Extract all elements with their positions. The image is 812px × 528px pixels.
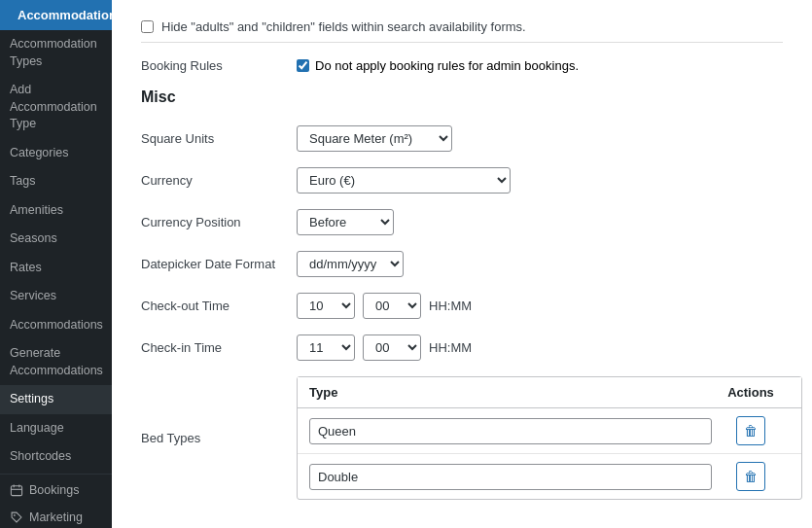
checkin-time-control: 11 12 13 00 15 30 45 HH:MM bbox=[297, 334, 472, 361]
misc-title: Misc bbox=[141, 88, 783, 110]
currency-position-row: Currency Position Before After bbox=[141, 209, 783, 235]
bed-type-input-2[interactable] bbox=[309, 464, 712, 490]
sidebar-item-marketing[interactable]: Marketing bbox=[0, 504, 112, 529]
checkin-time-label: Check-in Time bbox=[141, 340, 297, 355]
bed-types-table-container: Type Actions 🗑 🗑 bbox=[297, 376, 802, 500]
checkin-min-select[interactable]: 00 15 30 45 bbox=[363, 334, 421, 361]
sidebar-item-shortcodes[interactable]: Shortcodes bbox=[0, 442, 112, 472]
col-actions: Actions bbox=[712, 385, 790, 400]
sidebar-item-accommodation-types[interactable]: Accommodation Types bbox=[0, 30, 112, 76]
sidebar-header[interactable]: Accommodation bbox=[0, 0, 112, 30]
sidebar-title: Accommodation bbox=[18, 8, 112, 22]
sidebar-item-accommodations[interactable]: Accommodations bbox=[0, 311, 112, 340]
hide-fields-checkbox[interactable] bbox=[141, 20, 154, 33]
checkout-min-select[interactable]: 00 15 30 45 bbox=[363, 293, 421, 319]
checkin-hhmm-label: HH:MM bbox=[429, 340, 472, 355]
content-area: Hide "adults" and "children" fields with… bbox=[112, 0, 812, 528]
booking-rules-text: Do not apply booking rules for admin boo… bbox=[315, 58, 579, 73]
sidebar: Accommodation Accommodation Types Add Ac… bbox=[0, 0, 112, 528]
sidebar-item-seasons[interactable]: Seasons bbox=[0, 225, 112, 254]
square-units-select[interactable]: Square Meter (m²) Square Foot (ft²) bbox=[297, 125, 452, 152]
booking-rules-control: Do not apply booking rules for admin boo… bbox=[297, 58, 579, 73]
booking-rules-checkbox[interactable] bbox=[297, 59, 309, 72]
marketing-label: Marketing bbox=[29, 510, 83, 524]
delete-bed-1-button[interactable]: 🗑 bbox=[736, 416, 765, 445]
bed-types-label: Bed Types bbox=[141, 431, 297, 445]
bed-types-row: Bed Types Type Actions 🗑 🗑 bbox=[141, 376, 783, 500]
tag-icon bbox=[10, 510, 23, 524]
datepicker-format-select[interactable]: dd/mm/yyyy mm/dd/yyyy yyyy/mm/dd bbox=[297, 251, 404, 277]
sidebar-item-amenities[interactable]: Amenities bbox=[0, 196, 112, 226]
col-type: Type bbox=[309, 385, 712, 400]
square-units-label: Square Units bbox=[141, 131, 297, 146]
main-content: Hide "adults" and "children" fields with… bbox=[112, 0, 812, 528]
checkout-hour-select[interactable]: 10 11 12 bbox=[297, 293, 355, 319]
currency-control: Euro (€) US Dollar ($) British Pound (£) bbox=[297, 167, 511, 194]
hide-fields-notice: Hide "adults" and "children" fields with… bbox=[141, 19, 783, 43]
sidebar-item-services[interactable]: Services bbox=[0, 282, 112, 311]
table-row: 🗑 bbox=[298, 408, 801, 454]
checkin-hour-select[interactable]: 11 12 13 bbox=[297, 334, 355, 361]
svg-rect-0 bbox=[11, 485, 21, 495]
delete-bed-2-button[interactable]: 🗑 bbox=[736, 462, 765, 491]
bed-types-header: Type Actions bbox=[298, 377, 801, 408]
sidebar-item-rates[interactable]: Rates bbox=[0, 254, 112, 283]
currency-label: Currency bbox=[141, 173, 297, 188]
square-units-row: Square Units Square Meter (m²) Square Fo… bbox=[141, 125, 783, 152]
svg-point-4 bbox=[14, 514, 16, 516]
currency-position-select[interactable]: Before After bbox=[297, 209, 394, 235]
checkout-time-row: Check-out Time 10 11 12 00 15 30 45 HH:M… bbox=[141, 293, 783, 319]
booking-rules-row: Booking Rules Do not apply booking rules… bbox=[141, 58, 783, 73]
bookings-label: Bookings bbox=[29, 483, 79, 497]
bed-types-table: Type Actions 🗑 🗑 bbox=[297, 376, 802, 500]
sidebar-item-bookings[interactable]: Bookings bbox=[0, 476, 112, 504]
checkout-time-label: Check-out Time bbox=[141, 299, 297, 313]
square-units-control: Square Meter (m²) Square Foot (ft²) bbox=[297, 125, 452, 152]
currency-position-label: Currency Position bbox=[141, 215, 297, 229]
datepicker-format-row: Datepicker Date Format dd/mm/yyyy mm/dd/… bbox=[141, 251, 783, 277]
sidebar-item-tags[interactable]: Tags bbox=[0, 167, 112, 196]
table-row: 🗑 bbox=[298, 454, 801, 499]
currency-position-control: Before After bbox=[297, 209, 394, 235]
datepicker-format-label: Datepicker Date Format bbox=[141, 257, 297, 271]
checkin-time-row: Check-in Time 11 12 13 00 15 30 45 HH:MM bbox=[141, 334, 783, 361]
sidebar-item-settings[interactable]: Settings bbox=[0, 385, 112, 414]
calendar-icon bbox=[10, 483, 23, 497]
sidebar-item-language[interactable]: Language bbox=[0, 414, 112, 443]
currency-row: Currency Euro (€) US Dollar ($) British … bbox=[141, 167, 783, 194]
accommodation-icon bbox=[10, 9, 12, 22]
sidebar-item-categories[interactable]: Categories bbox=[0, 139, 112, 168]
bed-type-input-1[interactable] bbox=[309, 418, 712, 444]
currency-select[interactable]: Euro (€) US Dollar ($) British Pound (£) bbox=[297, 167, 511, 194]
sidebar-item-generate-accommodations[interactable]: Generate Accommodations bbox=[0, 339, 112, 385]
sidebar-item-add-accommodation-type[interactable]: Add Accommodation Type bbox=[0, 76, 112, 139]
checkout-time-control: 10 11 12 00 15 30 45 HH:MM bbox=[297, 293, 472, 319]
hide-fields-label: Hide "adults" and "children" fields with… bbox=[161, 19, 526, 34]
datepicker-format-control: dd/mm/yyyy mm/dd/yyyy yyyy/mm/dd bbox=[297, 251, 404, 277]
booking-rules-label: Booking Rules bbox=[141, 58, 297, 73]
checkout-hhmm-label: HH:MM bbox=[429, 299, 472, 313]
